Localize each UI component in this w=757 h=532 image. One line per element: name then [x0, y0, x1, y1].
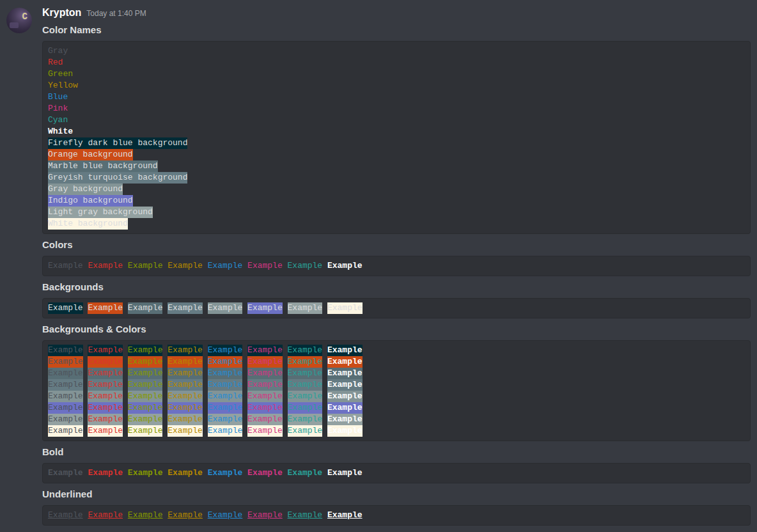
section-title-underlined: Underlined [42, 489, 751, 500]
ansi-sample: Example [327, 467, 363, 479]
avatar[interactable]: C [6, 8, 32, 33]
ansi-sample: Example [247, 467, 283, 479]
ansi-sample: Example [48, 356, 83, 368]
ansi-sample: Example [208, 402, 243, 414]
ansi-sample: Example [88, 425, 123, 437]
section-title-color-names: Color Names [42, 24, 751, 36]
ansi-sample: Example [327, 345, 363, 356]
ansi-sample: Example [48, 345, 83, 356]
ansi-sample: Example [288, 356, 323, 368]
ansi-background-name: Orange background [48, 149, 133, 160]
ansi-sample: Example [128, 391, 163, 402]
ansi-sample: Example [128, 260, 163, 272]
ansi-color-name: Gray [48, 45, 68, 57]
ansi-sample: Example [88, 356, 123, 368]
ansi-sample: Example [48, 379, 83, 391]
ansi-sample: Example [208, 356, 243, 368]
ansi-sample: Example [168, 260, 203, 272]
ansi-color-name: Red [48, 57, 63, 68]
ansi-background-name: Gray background [48, 184, 123, 195]
ansi-color-name: Cyan [48, 114, 68, 126]
ansi-sample: Example [88, 368, 123, 379]
ansi-sample: Example [128, 379, 163, 391]
ansi-sample: Example [208, 467, 243, 479]
codeblock-backgrounds-colors: Example Example Example Example Example … [42, 340, 751, 441]
ansi-sample: Example [288, 302, 323, 314]
ansi-sample: Example [48, 302, 83, 314]
ansi-sample: Example [247, 379, 283, 391]
ansi-sample: Example [48, 425, 83, 437]
ansi-sample: Example [247, 368, 283, 379]
ansi-sample: Example [48, 402, 83, 414]
ansi-sample: Example [168, 414, 203, 425]
ansi-sample: Example [88, 467, 123, 479]
avatar-art-patch [10, 22, 19, 28]
ansi-background-name: White background [48, 218, 128, 230]
ansi-sample: Example [128, 414, 163, 425]
ansi-sample: Example [168, 368, 203, 379]
section-title-bold: Bold [42, 446, 751, 458]
avatar-art-glyph: C [22, 12, 27, 22]
ansi-sample: Example [168, 391, 203, 402]
ansi-sample: Example [128, 302, 163, 314]
ansi-sample: Example [208, 379, 243, 391]
ansi-sample: Example [208, 368, 243, 379]
ansi-sample: Example [88, 302, 123, 314]
ansi-color-name: Yellow [48, 80, 78, 91]
ansi-sample: Example [288, 402, 323, 414]
ansi-sample: Example [247, 391, 283, 402]
codeblock-underlined: Example Example Example Example Example … [42, 505, 751, 526]
ansi-color-name: Pink [48, 103, 68, 114]
ansi-sample: Example [327, 414, 363, 425]
timestamp: Today at 1:40 PM [86, 7, 146, 20]
ansi-sample: Example [88, 379, 123, 391]
ansi-sample: Example [327, 302, 363, 314]
ansi-sample: Example [88, 402, 123, 414]
ansi-sample: Example [88, 345, 123, 356]
ansi-sample: Example [288, 414, 323, 425]
ansi-sample: Example [247, 425, 283, 437]
ansi-sample: Example [288, 425, 323, 437]
ansi-sample: Example [327, 368, 363, 379]
ansi-sample: Example [288, 260, 323, 272]
ansi-sample: Example [168, 345, 203, 356]
ansi-sample: Example [327, 260, 363, 272]
codeblock-bold: Example Example Example Example Example … [42, 463, 751, 483]
ansi-sample: Example [168, 379, 203, 391]
message-byline: Krypton Today at 1:40 PM [42, 6, 751, 19]
ansi-sample: Example [327, 356, 363, 368]
ansi-sample: Example [128, 368, 163, 379]
ansi-sample: Example [288, 379, 323, 391]
ansi-sample: Example [88, 260, 123, 272]
ansi-sample: Example [88, 414, 123, 425]
ansi-sample: Example [48, 391, 83, 402]
ansi-sample: Example [48, 414, 83, 425]
ansi-sample: Example [168, 302, 203, 314]
ansi-sample: Example [128, 345, 163, 356]
ansi-sample: Example [208, 510, 243, 521]
ansi-sample: Example [48, 510, 83, 521]
ansi-background-name: Greyish turquoise background [48, 172, 187, 184]
ansi-sample: Example [48, 368, 83, 379]
ansi-sample: Example [208, 260, 243, 272]
ansi-sample: Example [327, 425, 363, 437]
message-content: Krypton Today at 1:40 PM Color Names Gra… [42, 6, 751, 526]
ansi-sample: Example [208, 425, 243, 437]
ansi-sample: Example [168, 356, 203, 368]
ansi-sample: Example [128, 510, 163, 521]
ansi-sample: Example [88, 391, 123, 402]
ansi-sample: Example [327, 510, 363, 521]
ansi-sample: Example [288, 510, 323, 521]
ansi-sample: Example [208, 414, 243, 425]
ansi-sample: Example [288, 467, 323, 479]
ansi-sample: Example [247, 356, 283, 368]
username[interactable]: Krypton [42, 6, 81, 19]
ansi-color-name: Green [48, 68, 73, 80]
discord-message: C Krypton Today at 1:40 PM Color Names G… [0, 0, 757, 526]
ansi-sample: Example [128, 467, 163, 479]
ansi-sample: Example [288, 345, 323, 356]
ansi-sample: Example [128, 356, 163, 368]
ansi-sample: Example [168, 467, 203, 479]
ansi-sample: Example [247, 510, 283, 521]
section-title-backgrounds: Backgrounds [42, 281, 751, 293]
